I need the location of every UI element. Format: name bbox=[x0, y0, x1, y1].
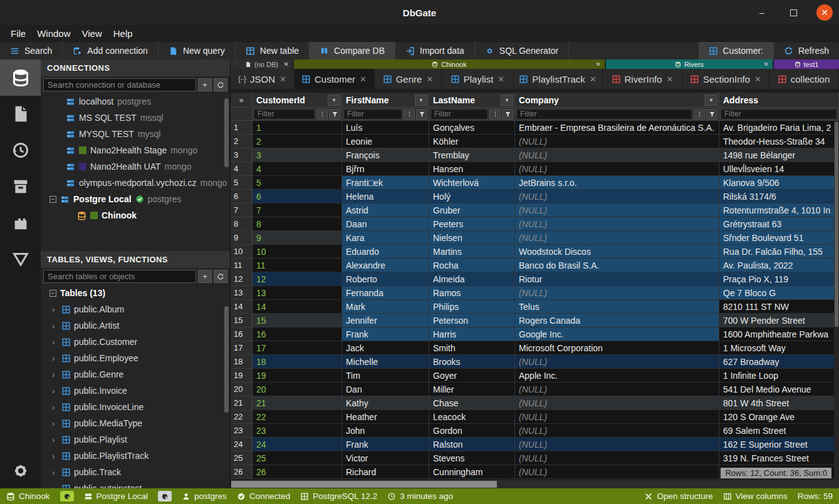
cell-firstname[interactable]: Jack bbox=[342, 341, 429, 355]
cell-lastname[interactable]: Peterson bbox=[429, 314, 515, 327]
table-item-public-employee[interactable]: ›public.Employee bbox=[41, 350, 230, 366]
connections-search-input[interactable] bbox=[43, 78, 196, 91]
cell-company[interactable]: Rogers Canada bbox=[515, 314, 719, 327]
table-item-public-track[interactable]: ›public.Track bbox=[41, 464, 230, 480]
column-header-address[interactable]: Address bbox=[719, 93, 839, 108]
cell-address[interactable]: 700 W Pender Street bbox=[719, 314, 839, 327]
collapse-expander[interactable]: − bbox=[50, 290, 56, 297]
cell-company[interactable]: (NULL) bbox=[515, 190, 719, 203]
row-number[interactable]: 3 bbox=[231, 148, 253, 162]
menu-item-window[interactable]: Window bbox=[31, 28, 76, 39]
status-item-connected[interactable]: Connected bbox=[237, 491, 290, 501]
row-number[interactable]: 24 bbox=[231, 438, 253, 451]
cell-address[interactable]: Praça Pio X, 119 bbox=[719, 272, 839, 286]
iconbar-plugins-icon[interactable] bbox=[0, 205, 41, 241]
column-header-lastname[interactable]: LastName▾ bbox=[429, 93, 515, 108]
cell-firstname[interactable]: Frank bbox=[342, 438, 429, 451]
cell-customerid[interactable]: 7 bbox=[253, 203, 342, 217]
cell-lastname[interactable]: Gonçalves bbox=[429, 121, 515, 135]
cell-company[interactable]: (NULL) bbox=[515, 203, 719, 217]
chevron-right-icon[interactable]: › bbox=[52, 305, 58, 314]
row-number[interactable]: 12 bbox=[231, 272, 253, 286]
cell-customerid[interactable]: 22 bbox=[253, 410, 342, 424]
status-item-rows-59[interactable]: Rows: 59 bbox=[798, 491, 833, 501]
row-number[interactable]: 5 bbox=[231, 176, 253, 190]
cell-company[interactable]: (NULL) bbox=[515, 410, 719, 424]
tab-group-test1[interactable]: test1 bbox=[774, 59, 839, 69]
cell-firstname[interactable]: Daan bbox=[342, 217, 429, 231]
cell-firstname[interactable]: Alexandre bbox=[342, 259, 429, 272]
filter-input-address[interactable] bbox=[721, 109, 837, 120]
cell-address[interactable]: Theodor-Heuss-Straße 34 bbox=[719, 135, 839, 148]
cell-company[interactable]: Apple Inc. bbox=[515, 369, 719, 383]
row-number[interactable]: 20 bbox=[231, 383, 253, 396]
toolbar-button-compare-db[interactable]: Compare DB bbox=[310, 42, 395, 59]
palette-badge[interactable] bbox=[60, 491, 74, 501]
cell-lastname[interactable]: Gordon bbox=[429, 424, 515, 438]
table-item-public-invoiceline[interactable]: ›public.InvoiceLine bbox=[41, 399, 230, 415]
cell-lastname[interactable]: Miller bbox=[429, 383, 515, 396]
cell-customerid[interactable]: 20 bbox=[253, 383, 342, 396]
cell-company[interactable]: Woodstock Discos bbox=[515, 245, 719, 259]
close-tab-icon[interactable]: ✕ bbox=[426, 75, 433, 84]
status-item-open-structure[interactable]: Open structure bbox=[644, 491, 712, 501]
row-number[interactable]: 25 bbox=[231, 451, 253, 465]
cell-company[interactable]: Microsoft Corporation bbox=[515, 341, 719, 355]
cell-address[interactable]: 162 E Superior Street bbox=[719, 438, 839, 451]
row-number[interactable]: 7 bbox=[231, 203, 253, 217]
cell-customerid[interactable]: 4 bbox=[253, 162, 342, 176]
tab-group-rivers[interactable]: Rivers✕ bbox=[606, 59, 773, 69]
cell-lastname[interactable]: Peeters bbox=[429, 217, 515, 231]
close-tab-icon[interactable]: ✕ bbox=[360, 75, 367, 84]
cell-address[interactable]: 319 N. Frances Street bbox=[719, 451, 839, 465]
cell-firstname[interactable]: Fernanda bbox=[342, 286, 429, 300]
tab-customer[interactable]: Customer✕ bbox=[294, 69, 375, 89]
cell-firstname[interactable]: Victor bbox=[342, 451, 429, 465]
collapse-expander[interactable]: − bbox=[50, 196, 56, 203]
cell-company[interactable]: (NULL) bbox=[515, 424, 719, 438]
cell-firstname[interactable]: Tim bbox=[342, 369, 429, 383]
filter-input-firstname[interactable] bbox=[343, 109, 402, 120]
cell-customerid[interactable]: 19 bbox=[253, 369, 342, 383]
close-tab-icon[interactable]: ✕ bbox=[279, 75, 286, 84]
cell-customerid[interactable]: 14 bbox=[253, 300, 342, 314]
toolbar-button-new-table[interactable]: New table bbox=[236, 42, 310, 59]
filter-menu-button[interactable] bbox=[404, 109, 415, 120]
cell-customerid[interactable]: 21 bbox=[253, 396, 342, 410]
row-number[interactable]: 23 bbox=[231, 424, 253, 438]
cell-lastname[interactable]: Holý bbox=[429, 190, 515, 203]
cell-company[interactable]: Riotur bbox=[515, 272, 719, 286]
cell-customerid[interactable]: 15 bbox=[253, 314, 342, 327]
column-header-firstname[interactable]: FirstName▾ bbox=[342, 93, 429, 108]
cell-company[interactable]: (NULL) bbox=[515, 148, 719, 162]
chevron-right-icon[interactable]: › bbox=[52, 337, 58, 347]
cell-firstname[interactable]: Franti□ek bbox=[342, 176, 429, 190]
column-dropdown-button[interactable]: ▾ bbox=[415, 95, 427, 106]
cell-lastname[interactable]: Wichterlová bbox=[429, 176, 515, 190]
table-item-public-playlisttrack[interactable]: ›public.PlaylistTrack bbox=[41, 448, 230, 464]
cell-lastname[interactable]: Almeida bbox=[429, 272, 515, 286]
status-item-postgresql-12-2[interactable]: PostgreSQL 12.2 bbox=[300, 491, 377, 501]
tables-group-row[interactable]: −Tables (13) bbox=[41, 285, 230, 301]
connections-scrollbar[interactable] bbox=[224, 98, 229, 167]
row-number[interactable]: 16 bbox=[231, 327, 253, 341]
cell-company[interactable]: (NULL) bbox=[515, 383, 719, 396]
filter-input-lastname[interactable] bbox=[430, 109, 488, 120]
iconbar-file-icon[interactable] bbox=[0, 96, 41, 132]
cell-lastname[interactable]: Rocha bbox=[429, 259, 515, 272]
palette-badge[interactable] bbox=[158, 491, 172, 501]
tab-collection[interactable]: collection bbox=[769, 69, 839, 89]
cell-customerid[interactable]: 25 bbox=[253, 451, 342, 465]
cell-firstname[interactable]: Luís bbox=[342, 121, 429, 135]
minimize-button[interactable]: – bbox=[754, 4, 770, 21]
chevron-right-icon[interactable]: › bbox=[52, 321, 58, 331]
table-item-public-genre[interactable]: ›public.Genre bbox=[41, 366, 230, 383]
tab-group-chinook[interactable]: Chinook✕ bbox=[294, 59, 605, 69]
tab-playlist[interactable]: Playlist✕ bbox=[442, 69, 514, 89]
row-number[interactable]: 13 bbox=[231, 286, 253, 300]
cell-lastname[interactable]: Gruber bbox=[429, 203, 515, 217]
row-number[interactable]: 6 bbox=[231, 190, 253, 203]
tab-genre[interactable]: Genre✕ bbox=[375, 69, 442, 89]
vertical-scroll-thumb[interactable] bbox=[835, 122, 838, 327]
cell-lastname[interactable]: Stevens bbox=[429, 451, 515, 465]
